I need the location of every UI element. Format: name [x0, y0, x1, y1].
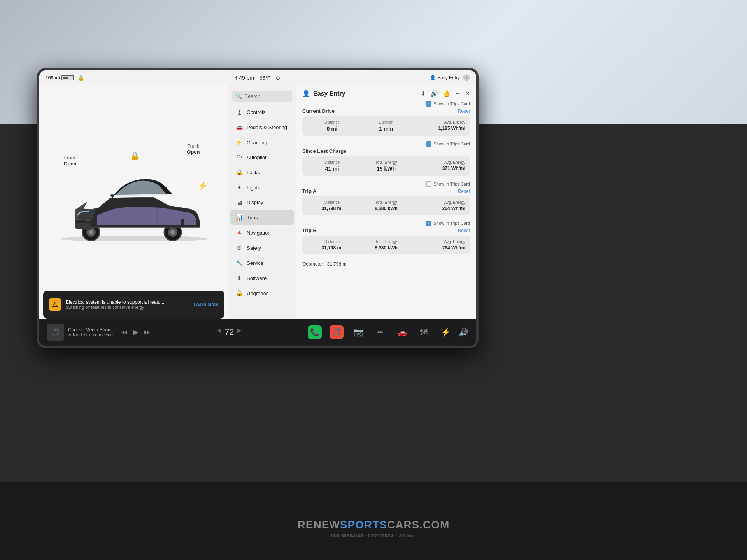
- current-drive-reset[interactable]: Reset: [458, 108, 470, 114]
- nav-item-navigation[interactable]: 🔺 Navigation: [230, 225, 294, 240]
- watermark-cars: CARS.COM: [387, 519, 449, 531]
- prev-track-button[interactable]: ⏮: [121, 328, 128, 336]
- nav-item-software[interactable]: ⬆ Software: [230, 271, 294, 285]
- trip-a-total-energy-label: Total Energy: [361, 200, 411, 205]
- trip-b-stats: Distance 31,798 mi Total Energy 8,380 kW…: [302, 236, 470, 254]
- battery-indicator: 169 mi: [46, 75, 74, 80]
- nav-item-upgrades[interactable]: 🔓 Upgrades: [230, 286, 294, 301]
- duration-value: 1 min: [361, 126, 411, 132]
- car-visual: Frunk Open 🔒 Trunk Open ⚡: [39, 85, 228, 287]
- since-charge-stats: Distance 41 mi Total Energy 15 kWh Avg. …: [302, 156, 470, 176]
- since-charge-show-trips-label: Show In Trips Card: [433, 142, 470, 146]
- lights-icon: ✦: [236, 184, 243, 191]
- trip-a-reset[interactable]: Reset: [458, 189, 470, 194]
- trip-b-avg-value: 264 Wh/mi: [415, 245, 465, 250]
- status-center: 4:49 pm 65°F ⊙: [235, 75, 280, 81]
- trip-b-title: Trip B: [302, 228, 317, 233]
- speaker-icon[interactable]: 🔊: [430, 90, 438, 97]
- watermark-brand: RENEWSPORTSCARS.COM: [298, 519, 450, 531]
- learn-more-button[interactable]: Learn More: [193, 302, 219, 307]
- svg-point-6: [170, 230, 175, 234]
- since-distance-label: Distance: [307, 160, 357, 164]
- trip-b-avg-energy: Avg. Energy 264 Wh/mi: [415, 240, 465, 250]
- next-track-button[interactable]: ⏭: [144, 328, 151, 336]
- track-number: 72: [224, 327, 234, 337]
- battery-bar: [61, 75, 74, 80]
- map-button[interactable]: 🗺: [417, 325, 431, 339]
- trip-a-checkbox[interactable]: [426, 181, 431, 187]
- edit-icon[interactable]: ✒: [455, 90, 460, 97]
- since-charge-avg-energy: Avg. Energy 371 Wh/mi: [415, 160, 465, 172]
- trip-b-distance: Distance 31,798 mi: [307, 240, 357, 250]
- nav-item-charging[interactable]: ⚡ Charging: [230, 135, 294, 150]
- panel-close-icon[interactable]: ✕: [465, 90, 470, 97]
- bell-icon[interactable]: 🔔: [443, 90, 451, 97]
- search-box[interactable]: 🔍 Search: [232, 91, 292, 102]
- safety-label: Safety: [247, 245, 261, 251]
- navigation-icon: 🔺: [236, 229, 243, 236]
- nav-item-autopilot[interactable]: 🛡 Autopilot: [230, 150, 294, 164]
- lock-status-icon: 🔒: [78, 75, 84, 81]
- camera-button[interactable]: 📷: [351, 325, 365, 339]
- car-button[interactable]: 🚗: [395, 325, 409, 339]
- watermark-sub: 000-38804141 · 02/21/2024 · IAA Inc.: [298, 533, 450, 539]
- current-drive-show-trips-label: Show In Trips Card: [433, 102, 470, 106]
- current-drive-checkbox[interactable]: ✓: [426, 101, 431, 107]
- current-drive-show-trips[interactable]: ✓ Show In Trips Card: [302, 101, 470, 107]
- panel-header: 👤 Easy Entry ⬇ 🔊 🔔 ✒ ✕: [302, 90, 470, 97]
- music-button[interactable]: 🎵: [330, 325, 344, 339]
- trip-a-distance-value: 31,798 mi: [307, 206, 357, 211]
- since-charge-show-trips[interactable]: ✓ Show In Trips Card: [302, 141, 470, 147]
- trunk-label: Trunk Open: [187, 144, 200, 155]
- trip-a-show-trips[interactable]: Show In Trips Card: [302, 181, 470, 187]
- notification-title: Electrical system is unable to support a…: [66, 299, 189, 305]
- trip-a-show-trips-label: Show In Trips Card: [433, 182, 470, 186]
- current-drive-energy: Avg. Energy 1,185 Wh/mi: [415, 120, 465, 132]
- apps-button[interactable]: ⚡: [438, 325, 452, 339]
- nav-item-trips[interactable]: 📊 Trips: [230, 210, 294, 225]
- trip-a-avg-value: 264 Wh/mi: [415, 206, 465, 211]
- since-charge-title: Since Last Charge: [302, 148, 346, 154]
- person-icon: 👤: [430, 75, 436, 80]
- locks-label: Locks: [247, 170, 260, 175]
- volume-icon[interactable]: 🔊: [459, 327, 468, 337]
- current-drive-distance: Distance 0 mi: [307, 120, 357, 132]
- distance-label: Distance: [307, 120, 357, 124]
- media-title: Choose Media Source: [68, 327, 114, 332]
- nav-item-display[interactable]: 🖥 Display: [230, 195, 294, 210]
- trip-b-checkbox[interactable]: ✓: [426, 220, 431, 226]
- download-icon[interactable]: ⬇: [421, 90, 426, 97]
- nav-item-controls[interactable]: 🎛 Controls: [230, 105, 294, 119]
- person-icon-panel: 👤: [302, 90, 310, 97]
- easy-entry-label: Easy Entry: [437, 75, 460, 80]
- upgrades-icon: 🔓: [236, 290, 243, 297]
- trip-b-avg-label: Avg. Energy: [415, 240, 465, 244]
- nav-item-lights[interactable]: ✦ Lights: [230, 180, 294, 195]
- since-charge-energy: Total Energy 15 kWh: [361, 160, 411, 172]
- next-arrow[interactable]: ▶: [237, 327, 242, 337]
- play-button[interactable]: ▶: [133, 328, 139, 336]
- total-energy-label: Total Energy: [361, 160, 411, 164]
- nav-item-pedals[interactable]: 🚗 Pedals & Steering: [230, 120, 294, 135]
- status-close-button[interactable]: ✕: [463, 74, 470, 81]
- trip-a-header: Trip A Reset: [302, 188, 470, 194]
- gps-icon: ⊙: [276, 75, 280, 81]
- bottom-bar: 🎵 Choose Media Source ✶ No device connec…: [39, 318, 476, 346]
- trip-b-header: Trip B Reset: [302, 228, 470, 233]
- since-charge-checkbox[interactable]: ✓: [426, 141, 431, 147]
- more-button[interactable]: •••: [373, 325, 387, 339]
- trip-b-distance-label: Distance: [307, 240, 357, 244]
- phone-button[interactable]: 📞: [308, 325, 322, 339]
- trips-label: Trips: [247, 215, 258, 220]
- nav-item-service[interactable]: 🔧 Service: [230, 256, 294, 270]
- media-controls: ⏮ ▶ ⏭: [121, 328, 151, 336]
- taskbar-icons: 📞 🎵 📷 ••• 🚗 🗺 ⚡: [308, 325, 452, 339]
- odometer-row: Odometer : 31,798 mi: [302, 260, 470, 268]
- nav-item-locks[interactable]: 🔒 Locks: [230, 165, 294, 180]
- prev-arrow[interactable]: ◀: [217, 327, 221, 337]
- trip-b-show-trips[interactable]: ✓ Show In Trips Card: [302, 220, 470, 226]
- lights-label: Lights: [247, 185, 260, 191]
- nav-item-safety[interactable]: ⊙ Safety: [230, 240, 294, 255]
- status-right: 👤 Easy Entry ✕: [430, 74, 470, 81]
- trip-b-reset[interactable]: Reset: [458, 228, 470, 233]
